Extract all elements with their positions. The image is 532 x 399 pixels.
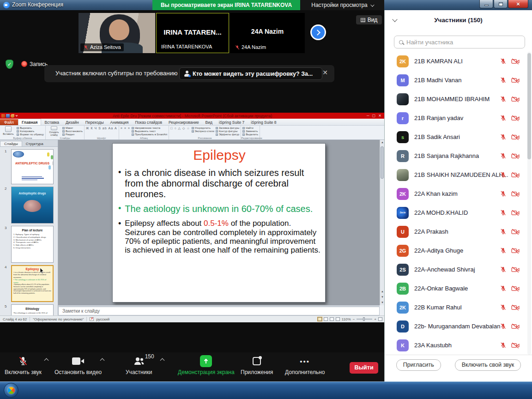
- participant-row[interactable]: 2G22A-Aditya Ghuge: [385, 241, 526, 260]
- mute-options-chevron[interactable]: [44, 358, 49, 363]
- share-screen-button[interactable]: Демонстрация экрана: [178, 355, 235, 375]
- apps-button[interactable]: Приложения: [241, 355, 273, 375]
- ribbon-button[interactable]: Вырезать: [17, 127, 44, 129]
- search-box[interactable]: [394, 36, 525, 48]
- slide-thumbnail-2[interactable]: Antiepileptic drugs: [11, 187, 54, 224]
- participant-row[interactable]: 2K22B Kumar Rahul: [385, 298, 526, 317]
- reading-view-icon[interactable]: [330, 317, 334, 321]
- next-videos-button[interactable]: [310, 24, 326, 40]
- ribbon-button[interactable]: Выделить: [242, 133, 258, 136]
- ribbon-button[interactable]: Формат по образцу: [17, 133, 44, 136]
- participant-row[interactable]: 2B22A-Onkar Bagwale: [385, 279, 526, 298]
- participant-row[interactable]: r21B Ranjan yadav: [385, 109, 526, 127]
- ribbon-tab-8[interactable]: Вид: [202, 119, 216, 125]
- video-tile-aziza[interactable]: Aziza Seitova: [79, 13, 155, 53]
- participant-row[interactable]: 2S22A-Anchewad Shivraj: [385, 260, 526, 279]
- ribbon-button[interactable]: Контур фигуры: [216, 130, 239, 133]
- participants-options-chevron[interactable]: [160, 358, 165, 363]
- zoom-in-button[interactable]: +: [374, 317, 376, 321]
- participant-row[interactable]: 21B MOHAMMED IBRAHIM: [385, 90, 526, 109]
- ribbon-button[interactable]: Заменить: [242, 130, 258, 133]
- participant-row[interactable]: s21B Sadik Ansari: [385, 127, 526, 146]
- zoom-slider[interactable]: [357, 319, 372, 320]
- security-shield-icon[interactable]: ✓: [6, 60, 13, 69]
- view-settings-button[interactable]: Настройки просмотра: [300, 0, 384, 10]
- transcript-permission-button[interactable]: Кто может видеть эту расшифровку? За...: [179, 67, 322, 80]
- ribbon-button[interactable]: Раздел: [62, 133, 83, 136]
- ribbon-button[interactable]: Копировать: [17, 130, 44, 133]
- ribbon-tab-0[interactable]: Файл: [0, 119, 18, 125]
- ppt-close-button[interactable]: ✕: [378, 114, 381, 118]
- participant-row[interactable]: 2K22A Khan kazim: [385, 184, 526, 203]
- participant-row[interactable]: M21B Madhi Vanan: [385, 71, 526, 90]
- ribbon-button[interactable]: Упорядочить: [192, 127, 214, 129]
- ribbon-tab-2[interactable]: Вставка: [41, 119, 62, 125]
- ppt-maximize-button[interactable]: ▢: [372, 114, 376, 118]
- ribbon-button[interactable]: Восстановить: [62, 130, 83, 133]
- more-button[interactable]: ••• Дополнительно: [285, 355, 325, 375]
- slide-thumbnail-1[interactable]: ANTIEPILEPTIC DRUGS: [11, 149, 54, 184]
- slide-canvas[interactable]: Epilepsy •is a chronic disease in which …: [112, 143, 326, 302]
- ribbon-glyphs[interactable]: ≡ ≡ ≡: [121, 127, 130, 130]
- slideshow-view-icon[interactable]: [336, 317, 340, 321]
- ribbon-tab-9[interactable]: iSpring Suite 7: [216, 119, 248, 125]
- leave-button[interactable]: Выйти: [350, 362, 378, 374]
- ribbon-tab-7[interactable]: Рецензирование: [165, 119, 202, 125]
- ribbon-button[interactable]: Заливка фигуры: [216, 127, 239, 129]
- invite-button[interactable]: Пригласить: [396, 359, 441, 371]
- view-mode-button[interactable]: Вид: [356, 15, 382, 24]
- video-tile-irina[interactable]: IRINA TATAREN... IRINA TATARENKOVA: [156, 13, 229, 53]
- maximize-button[interactable]: [494, 0, 508, 8]
- participant-row[interactable]: 21B SHAIKH NIZAMUDEEN ALH...: [385, 165, 526, 184]
- toast-close-button[interactable]: ✕: [322, 69, 328, 76]
- ribbon-button[interactable]: Эффекты фигур: [216, 133, 239, 136]
- ribbon-tab-4[interactable]: Переходы: [82, 119, 107, 125]
- undo-icon[interactable]: [11, 114, 14, 118]
- participant-row[interactable]: D22b- Muruganandam Devabalan: [385, 317, 526, 336]
- participant-row[interactable]: Docto22A MOHD.KHALID: [385, 203, 526, 222]
- slide-scrollbar[interactable]: ▲ ▲ ▼ ▼: [380, 140, 384, 305]
- ribbon-button[interactable]: Найти: [242, 127, 258, 129]
- stop-video-button[interactable]: Остановить видео: [54, 355, 102, 375]
- ribbon-big-button[interactable]: Создать слайд: [47, 126, 61, 136]
- spellcheck-icon[interactable]: [90, 317, 94, 321]
- ribbon-tab-5[interactable]: Анимация: [107, 119, 132, 125]
- ribbon-glyphs[interactable]: Ж К Ч S ab Аа А: [86, 127, 117, 130]
- zoom-out-button[interactable]: −: [353, 317, 355, 321]
- status-language[interactable]: русский: [96, 317, 109, 321]
- close-button[interactable]: ×: [508, 0, 528, 8]
- ribbon-tab-6[interactable]: Показ слайдов: [132, 119, 165, 125]
- unmute-self-button[interactable]: Включить свой звук: [455, 359, 521, 371]
- ribbon-glyphs[interactable]: □ ○ △ ◇ ☆: [170, 127, 190, 130]
- video-tile-nazim[interactable]: 24A Nazim 24A Nazim: [230, 13, 305, 53]
- sorter-view-icon[interactable]: [324, 317, 328, 321]
- ribbon-big-button[interactable]: Вставить: [1, 126, 15, 136]
- slide-thumbnail-3[interactable]: Plan of lecture1. Epilepsy. Types of epi…: [11, 226, 54, 263]
- slide-thumbnail-5[interactable]: EthiologyThe ethiology is unknown in 60-…: [11, 304, 54, 315]
- ribbon-button[interactable]: Направление текста: [132, 127, 167, 129]
- mute-button[interactable]: Включить звук: [5, 355, 42, 375]
- notes-panel[interactable]: Заметки к слайду: [58, 307, 380, 315]
- ribbon-button[interactable]: Выровнять текст: [132, 130, 167, 133]
- ribbon-tab-10[interactable]: iSpring Suite 8: [248, 119, 279, 125]
- ribbon-button[interactable]: Макет: [62, 127, 83, 129]
- participants-button[interactable]: 150 Участники: [126, 355, 152, 375]
- ribbon-tab-1[interactable]: Главная: [18, 119, 42, 125]
- participant-row[interactable]: K23A Kaustubh: [385, 336, 526, 355]
- quick-access-toolbar[interactable]: [1, 114, 18, 118]
- panel-tab-outline[interactable]: Структура: [22, 141, 47, 146]
- panel-tab-slides[interactable]: Слайды: [0, 141, 22, 146]
- slide-thumbnail-4[interactable]: Epilepsy• is a chronic disease in which …: [11, 265, 54, 302]
- minimize-button[interactable]: [479, 0, 493, 8]
- fit-to-window-icon[interactable]: [378, 317, 382, 321]
- start-button[interactable]: [4, 383, 18, 398]
- ribbon-tab-3[interactable]: Дизайн: [62, 119, 82, 125]
- normal-view-icon[interactable]: [318, 317, 322, 321]
- ppt-minimize-button[interactable]: ─: [367, 114, 369, 118]
- participant-row[interactable]: 2K21B KAMRAN ALI: [385, 52, 526, 71]
- ribbon-button[interactable]: Преобразовать в SmartArt: [132, 133, 167, 136]
- participant-row[interactable]: R21B Sanjana Rajkhanna: [385, 146, 526, 165]
- search-input[interactable]: [406, 39, 508, 46]
- participants-scrollbar[interactable]: [527, 52, 531, 355]
- ribbon-button[interactable]: Экспресс-стили: [192, 130, 214, 133]
